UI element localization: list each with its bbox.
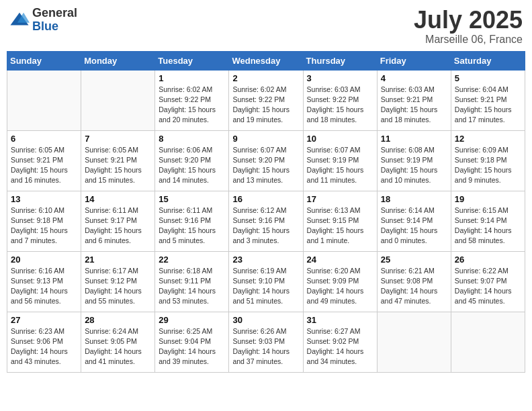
calendar-cell	[7, 70, 81, 130]
day-info: Sunrise: 6:05 AM Sunset: 9:21 PM Dayligh…	[11, 145, 77, 186]
day-number: 25	[381, 255, 447, 265]
day-info: Sunrise: 6:11 AM Sunset: 9:17 PM Dayligh…	[85, 205, 151, 246]
calendar-cell	[377, 312, 451, 372]
day-info: Sunrise: 6:18 AM Sunset: 9:11 PM Dayligh…	[159, 266, 225, 307]
day-info: Sunrise: 6:21 AM Sunset: 9:08 PM Dayligh…	[381, 266, 447, 307]
day-number: 21	[85, 255, 151, 265]
day-info: Sunrise: 6:02 AM Sunset: 9:22 PM Dayligh…	[159, 85, 225, 126]
day-number: 7	[85, 134, 151, 144]
day-number: 2	[232, 73, 299, 83]
day-info: Sunrise: 6:13 AM Sunset: 9:15 PM Dayligh…	[307, 205, 373, 246]
calendar-cell: 16Sunrise: 6:12 AM Sunset: 9:16 PM Dayli…	[229, 191, 303, 251]
day-number: 11	[381, 134, 447, 144]
calendar-cell: 11Sunrise: 6:08 AM Sunset: 9:19 PM Dayli…	[377, 130, 451, 191]
day-number: 8	[159, 134, 225, 144]
calendar-cell: 5Sunrise: 6:04 AM Sunset: 9:21 PM Daylig…	[451, 70, 525, 130]
day-number: 3	[307, 73, 373, 83]
day-info: Sunrise: 6:03 AM Sunset: 9:22 PM Dayligh…	[307, 85, 373, 126]
header-sunday: Sunday	[7, 51, 81, 70]
logo-general-text: General	[32, 7, 77, 20]
day-info: Sunrise: 6:26 AM Sunset: 9:03 PM Dayligh…	[232, 326, 299, 367]
day-info: Sunrise: 6:05 AM Sunset: 9:21 PM Dayligh…	[85, 145, 151, 186]
day-info: Sunrise: 6:19 AM Sunset: 9:10 PM Dayligh…	[232, 266, 299, 307]
day-info: Sunrise: 6:07 AM Sunset: 9:20 PM Dayligh…	[232, 145, 299, 186]
day-info: Sunrise: 6:08 AM Sunset: 9:19 PM Dayligh…	[381, 145, 447, 186]
calendar-cell: 6Sunrise: 6:05 AM Sunset: 9:21 PM Daylig…	[7, 130, 81, 191]
day-number: 10	[307, 134, 373, 144]
calendar-cell: 18Sunrise: 6:14 AM Sunset: 9:14 PM Dayli…	[377, 191, 451, 251]
calendar-cell: 30Sunrise: 6:26 AM Sunset: 9:03 PM Dayli…	[229, 312, 303, 372]
day-number: 17	[307, 194, 373, 204]
calendar-week-row: 27Sunrise: 6:23 AM Sunset: 9:06 PM Dayli…	[7, 312, 525, 372]
calendar-cell: 9Sunrise: 6:07 AM Sunset: 9:20 PM Daylig…	[229, 130, 303, 191]
calendar-cell: 28Sunrise: 6:24 AM Sunset: 9:05 PM Dayli…	[81, 312, 155, 372]
day-number: 22	[159, 255, 225, 265]
day-info: Sunrise: 6:09 AM Sunset: 9:18 PM Dayligh…	[455, 145, 521, 186]
day-info: Sunrise: 6:07 AM Sunset: 9:19 PM Dayligh…	[307, 145, 373, 186]
day-info: Sunrise: 6:06 AM Sunset: 9:20 PM Dayligh…	[159, 145, 225, 186]
day-number: 14	[85, 194, 151, 204]
logo-blue-text: Blue	[32, 20, 77, 34]
day-number: 6	[11, 134, 77, 144]
calendar-cell: 12Sunrise: 6:09 AM Sunset: 9:18 PM Dayli…	[451, 130, 525, 191]
calendar-cell: 23Sunrise: 6:19 AM Sunset: 9:10 PM Dayli…	[229, 251, 303, 312]
calendar-cell: 25Sunrise: 6:21 AM Sunset: 9:08 PM Dayli…	[377, 251, 451, 312]
day-number: 23	[232, 255, 299, 265]
calendar-cell: 24Sunrise: 6:20 AM Sunset: 9:09 PM Dayli…	[303, 251, 377, 312]
header-monday: Monday	[81, 51, 155, 70]
day-number: 5	[455, 73, 521, 83]
day-info: Sunrise: 6:20 AM Sunset: 9:09 PM Dayligh…	[307, 266, 373, 307]
calendar-cell: 13Sunrise: 6:10 AM Sunset: 9:18 PM Dayli…	[7, 191, 81, 251]
calendar-cell: 15Sunrise: 6:11 AM Sunset: 9:16 PM Dayli…	[155, 191, 229, 251]
day-number: 1	[159, 73, 225, 83]
calendar-cell: 4Sunrise: 6:03 AM Sunset: 9:21 PM Daylig…	[377, 70, 451, 130]
calendar-cell: 21Sunrise: 6:17 AM Sunset: 9:12 PM Dayli…	[81, 251, 155, 312]
calendar-cell	[451, 312, 525, 372]
calendar-cell: 31Sunrise: 6:27 AM Sunset: 9:02 PM Dayli…	[303, 312, 377, 372]
header-tuesday: Tuesday	[155, 51, 229, 70]
calendar-cell: 3Sunrise: 6:03 AM Sunset: 9:22 PM Daylig…	[303, 70, 377, 130]
day-number: 26	[455, 255, 521, 265]
logo-icon	[9, 10, 30, 30]
calendar-cell: 1Sunrise: 6:02 AM Sunset: 9:22 PM Daylig…	[155, 70, 229, 130]
page-header: General Blue July 2025 Marseille 06, Fra…	[7, 7, 525, 46]
calendar-cell: 17Sunrise: 6:13 AM Sunset: 9:15 PM Dayli…	[303, 191, 377, 251]
day-info: Sunrise: 6:04 AM Sunset: 9:21 PM Dayligh…	[455, 85, 521, 126]
day-info: Sunrise: 6:10 AM Sunset: 9:18 PM Dayligh…	[11, 205, 77, 246]
month-title: July 2025	[414, 7, 523, 34]
calendar-table: SundayMondayTuesdayWednesdayThursdayFrid…	[7, 51, 525, 373]
day-info: Sunrise: 6:16 AM Sunset: 9:13 PM Dayligh…	[11, 266, 77, 307]
calendar-cell: 8Sunrise: 6:06 AM Sunset: 9:20 PM Daylig…	[155, 130, 229, 191]
day-info: Sunrise: 6:11 AM Sunset: 9:16 PM Dayligh…	[159, 205, 225, 246]
day-info: Sunrise: 6:17 AM Sunset: 9:12 PM Dayligh…	[85, 266, 151, 307]
title-block: July 2025 Marseille 06, France	[414, 7, 523, 46]
day-number: 19	[455, 194, 521, 204]
day-number: 28	[85, 315, 151, 325]
day-info: Sunrise: 6:14 AM Sunset: 9:14 PM Dayligh…	[381, 205, 447, 246]
calendar-week-row: 6Sunrise: 6:05 AM Sunset: 9:21 PM Daylig…	[7, 130, 525, 191]
calendar-cell: 14Sunrise: 6:11 AM Sunset: 9:17 PM Dayli…	[81, 191, 155, 251]
calendar-cell: 10Sunrise: 6:07 AM Sunset: 9:19 PM Dayli…	[303, 130, 377, 191]
header-wednesday: Wednesday	[229, 51, 303, 70]
day-number: 9	[232, 134, 299, 144]
calendar-cell	[81, 70, 155, 130]
header-saturday: Saturday	[451, 51, 525, 70]
calendar-cell: 27Sunrise: 6:23 AM Sunset: 9:06 PM Dayli…	[7, 312, 81, 372]
calendar-cell: 26Sunrise: 6:22 AM Sunset: 9:07 PM Dayli…	[451, 251, 525, 312]
calendar-cell: 19Sunrise: 6:15 AM Sunset: 9:14 PM Dayli…	[451, 191, 525, 251]
calendar-cell: 29Sunrise: 6:25 AM Sunset: 9:04 PM Dayli…	[155, 312, 229, 372]
header-thursday: Thursday	[303, 51, 377, 70]
day-number: 30	[232, 315, 299, 325]
logo: General Blue	[9, 7, 77, 34]
day-number: 18	[381, 194, 447, 204]
calendar-cell: 7Sunrise: 6:05 AM Sunset: 9:21 PM Daylig…	[81, 130, 155, 191]
day-info: Sunrise: 6:12 AM Sunset: 9:16 PM Dayligh…	[232, 205, 299, 246]
calendar-week-row: 20Sunrise: 6:16 AM Sunset: 9:13 PM Dayli…	[7, 251, 525, 312]
calendar-week-row: 1Sunrise: 6:02 AM Sunset: 9:22 PM Daylig…	[7, 70, 525, 130]
day-number: 15	[159, 194, 225, 204]
calendar-week-row: 13Sunrise: 6:10 AM Sunset: 9:18 PM Dayli…	[7, 191, 525, 251]
day-info: Sunrise: 6:02 AM Sunset: 9:22 PM Dayligh…	[232, 85, 299, 126]
calendar-header-row: SundayMondayTuesdayWednesdayThursdayFrid…	[7, 51, 525, 70]
day-info: Sunrise: 6:15 AM Sunset: 9:14 PM Dayligh…	[455, 205, 521, 246]
day-info: Sunrise: 6:25 AM Sunset: 9:04 PM Dayligh…	[159, 326, 225, 367]
